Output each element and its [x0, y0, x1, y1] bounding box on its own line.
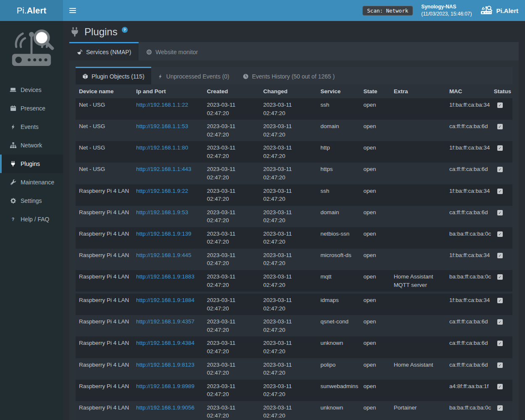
sidebar-item-help[interactable]: ? Help / FAQ: [0, 210, 63, 228]
ip-port-link[interactable]: http://192.168.1.9:53: [136, 209, 188, 215]
device-name-cell: Raspberry Pi 4 LAN: [76, 294, 133, 315]
mac-cell: a4:8f:ff:aa:ba:1f: [446, 380, 491, 401]
service-cell: unknown: [317, 401, 360, 420]
column-header-extra[interactable]: Extra: [390, 84, 446, 98]
table-row: Net - USGhttp://192.168.1.1:802023-03-11…: [76, 141, 512, 163]
ip-port-link[interactable]: http://192.168.1.9:4357: [136, 318, 194, 325]
ip-port-link[interactable]: http://192.168.1.9:8123: [136, 362, 194, 368]
sidebar-toggle-button[interactable]: [63, 0, 82, 21]
changed-cell: 2023-03-11 02:47:20: [260, 270, 317, 291]
sidebar-item-label: Help / FAQ: [21, 216, 49, 223]
state-cell: open: [360, 206, 390, 227]
tab-website-monitor[interactable]: Website monitor: [139, 42, 205, 60]
status-checkbox[interactable]: ✓: [497, 124, 503, 129]
table-row: Raspberry Pi 4 LANhttp://192.168.1.9:222…: [76, 184, 512, 206]
clock-icon: [243, 74, 249, 79]
column-header-state[interactable]: State: [360, 84, 390, 98]
service-cell: unknown: [317, 336, 360, 358]
mac-cell: ba:ba:ff:ca:ba:0c: [446, 227, 491, 249]
ip-port-link[interactable]: http://192.168.1.9:9056: [136, 404, 194, 411]
ip-port-link[interactable]: http://192.168.1.9:8989: [136, 383, 194, 389]
tab-services-nmap[interactable]: Services (NMAP): [69, 42, 139, 60]
sidebar-item-plugins[interactable]: Plugins: [0, 155, 63, 173]
ip-port-link[interactable]: http://192.168.1.9:1884: [136, 297, 194, 303]
service-cell: microsoft-ds: [317, 249, 360, 270]
status-checkbox[interactable]: ✓: [497, 319, 503, 325]
extra-cell: Home Assistant MQTT server: [390, 270, 446, 291]
top-navbar: Pi.Alert Scan: Network Synology-NAS (11/…: [0, 0, 525, 21]
device-name-cell: Net - USG: [76, 163, 133, 184]
navbar-brand-link[interactable]: Pi.Alert: [480, 5, 518, 16]
status-checkbox[interactable]: ✓: [497, 405, 503, 411]
state-cell: open: [360, 294, 390, 315]
app-logo[interactable]: Pi.Alert: [0, 0, 63, 21]
status-cell: ✓: [491, 315, 512, 336]
mac-cell: ca:ff:ff:ca:ba:6d: [446, 315, 491, 336]
changed-cell: 2023-03-11 02:47:20: [260, 380, 317, 401]
ip-port-link[interactable]: http://192.168.1.1:53: [136, 123, 188, 129]
calendar-icon: [9, 105, 17, 112]
status-cell: ✓: [491, 294, 512, 315]
column-header-mac[interactable]: MAC: [446, 84, 491, 98]
column-header-device-name[interactable]: Device name: [76, 84, 133, 98]
nas-name: Synology-NAS: [421, 3, 472, 10]
sidebar-item-maintenance[interactable]: Maintenance: [0, 173, 63, 192]
ip-port-cell: http://192.168.1.9:9056: [133, 401, 203, 420]
sidebar-item-label: Presence: [21, 105, 45, 112]
changed-cell: 2023-03-11 02:47:20: [260, 315, 317, 336]
column-header-service[interactable]: Service: [317, 84, 360, 98]
ip-port-link[interactable]: http://192.168.1.1:22: [136, 102, 188, 108]
app-logo-text: Pi.Alert: [17, 6, 47, 16]
sidebar-item-label: Network: [21, 142, 42, 149]
status-checkbox[interactable]: ✓: [497, 341, 503, 346]
status-checkbox[interactable]: ✓: [497, 102, 503, 108]
ip-port-link[interactable]: http://192.168.1.9:22: [136, 188, 188, 194]
created-cell: 2023-03-11 02:47:20: [204, 294, 260, 315]
changed-cell: 2023-03-11 02:47:20: [260, 401, 317, 420]
device-name-cell: Net - USG: [76, 120, 133, 141]
status-checkbox[interactable]: ✓: [497, 231, 503, 237]
status-checkbox[interactable]: ✓: [497, 298, 503, 303]
ip-port-link[interactable]: http://192.168.1.1:80: [136, 144, 188, 151]
sidebar-item-settings[interactable]: Settings: [0, 192, 63, 210]
status-checkbox[interactable]: ✓: [497, 362, 503, 368]
sidebar-item-network[interactable]: Network: [0, 136, 63, 155]
sidebar-item-events[interactable]: Events: [0, 118, 63, 136]
ip-port-link[interactable]: http://192.168.1.1:443: [136, 166, 191, 172]
ip-port-link[interactable]: http://192.168.1.9:4384: [136, 340, 194, 346]
sidebar-item-label: Plugins: [21, 160, 40, 167]
status-checkbox[interactable]: ✓: [497, 167, 503, 172]
table-row: Raspberry Pi 4 LANhttp://192.168.1.9:905…: [76, 401, 512, 420]
ip-port-link[interactable]: http://192.168.1.9:1883: [136, 273, 194, 280]
satellite-dish-icon: [77, 49, 83, 55]
status-checkbox[interactable]: ✓: [497, 189, 503, 194]
column-header-status[interactable]: Status: [491, 84, 512, 98]
service-cell: ssh: [317, 98, 360, 120]
ip-port-link[interactable]: http://192.168.1.9:139: [136, 231, 191, 237]
column-header-changed[interactable]: Changed: [260, 84, 317, 98]
status-checkbox[interactable]: ✓: [497, 274, 503, 280]
status-checkbox[interactable]: ✓: [497, 210, 503, 215]
device-name-cell: Raspberry Pi 4 LAN: [76, 206, 133, 227]
tab-unprocessed-events[interactable]: Unprocessed Events (0): [151, 67, 236, 84]
help-badge[interactable]: ?: [122, 27, 128, 33]
status-checkbox[interactable]: ✓: [497, 145, 503, 151]
tab-label: Plugin Objects (115): [92, 73, 144, 80]
status-cell: ✓: [491, 206, 512, 227]
status-checkbox[interactable]: ✓: [497, 253, 503, 258]
status-checkbox[interactable]: ✓: [497, 384, 503, 389]
sidebar-item-devices[interactable]: Devices: [0, 81, 63, 99]
column-header-created[interactable]: Created: [204, 84, 260, 98]
table-row: Raspberry Pi 4 LANhttp://192.168.1.9:188…: [76, 270, 512, 291]
column-header-ip-port[interactable]: Ip and Port: [133, 84, 203, 98]
sidebar-item-label: Devices: [21, 87, 42, 93]
service-cell: sunwebadmins: [317, 380, 360, 401]
extra-cell: Home Assistant: [390, 358, 446, 380]
sidebar-item-presence[interactable]: Presence: [0, 99, 63, 118]
tab-events-history[interactable]: Events History (50 out of 1265 ): [236, 67, 341, 84]
service-cell: https: [317, 163, 360, 184]
plugin-tabs: Services (NMAP) Website monitor: [69, 42, 519, 60]
ip-port-link[interactable]: http://192.168.1.9:445: [136, 252, 191, 258]
mac-cell: 1f:ba:ff:ca:ba:34: [446, 249, 491, 270]
tab-plugin-objects[interactable]: Plugin Objects (115): [76, 67, 151, 84]
